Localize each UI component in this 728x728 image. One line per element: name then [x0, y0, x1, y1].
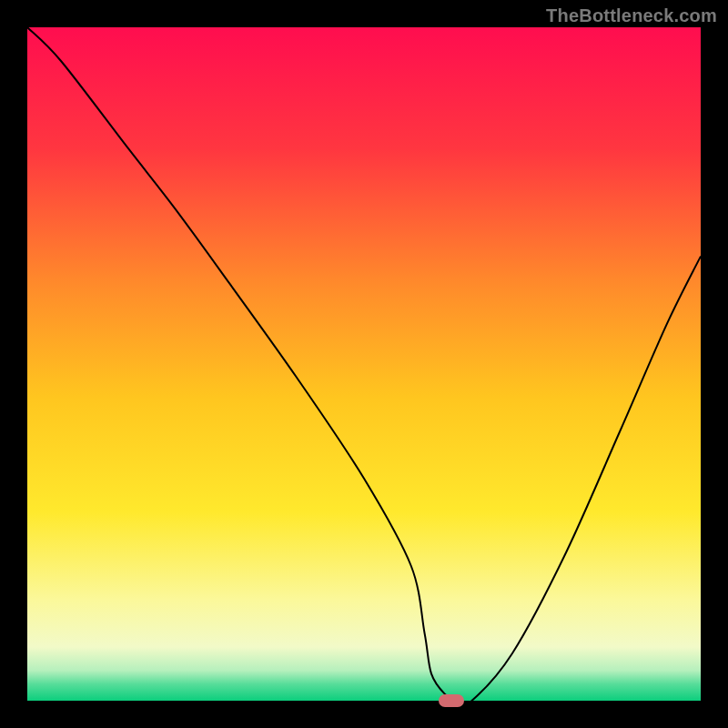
attribution-text: TheBottleneck.com	[546, 5, 717, 26]
chart-frame: TheBottleneck.com	[0, 0, 728, 728]
optimum-marker	[439, 694, 464, 707]
plot-area	[27, 27, 701, 701]
bottleneck-curve	[27, 27, 701, 701]
